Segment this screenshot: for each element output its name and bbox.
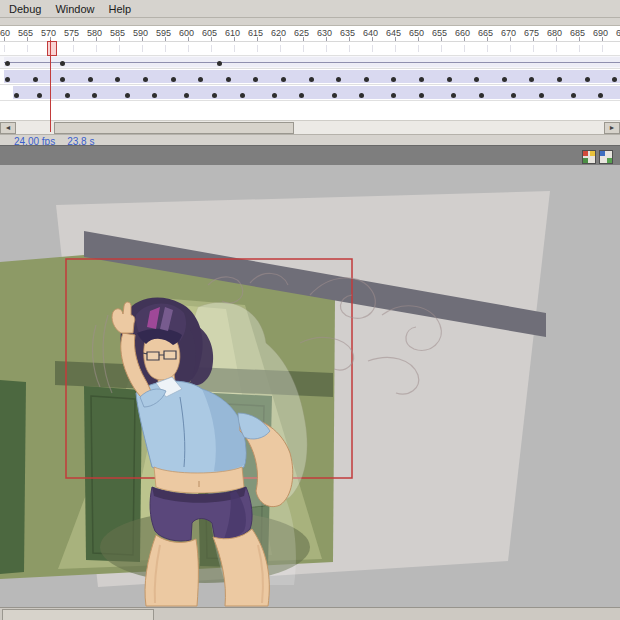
frame-label: 660 <box>455 28 470 38</box>
keyframe-dot[interactable] <box>171 77 176 82</box>
keyframe-dot[interactable] <box>125 93 130 98</box>
keyframe-dot[interactable] <box>143 77 148 82</box>
stage-artwork <box>0 165 620 607</box>
menu-item-help[interactable]: Help <box>102 2 139 16</box>
keyframe-dot[interactable] <box>539 93 544 98</box>
keyframe-dot[interactable] <box>332 93 337 98</box>
frame-tick <box>280 37 281 41</box>
timeline-layer-2[interactable] <box>0 56 620 69</box>
keyframe-dot[interactable] <box>511 93 516 98</box>
keyframe-dot[interactable] <box>33 77 38 82</box>
leg-left <box>145 535 198 606</box>
frame-grid-tick <box>303 45 304 52</box>
frame-label: 565 <box>18 28 33 38</box>
keyframe-dot[interactable] <box>309 77 314 82</box>
frame-label: 640 <box>363 28 378 38</box>
frame-grid-tick <box>96 45 97 52</box>
frame-label: 580 <box>87 28 102 38</box>
timeline-layer-3[interactable] <box>0 69 620 85</box>
stage-toolbar-band <box>0 145 620 166</box>
frame-grid-tick <box>533 45 534 52</box>
edit-symbol-icon[interactable] <box>599 150 613 164</box>
frame-label: 570 <box>41 28 56 38</box>
keyframe-dot[interactable] <box>65 93 70 98</box>
playhead-handle[interactable] <box>47 41 57 56</box>
keyframe-dot[interactable] <box>88 77 93 82</box>
timeline-ruler[interactable]: 5605655705755805855905956006056106156206… <box>0 26 620 42</box>
keyframe-dot[interactable] <box>585 77 590 82</box>
timeline-scrollbar[interactable]: ◄ ► <box>0 120 620 134</box>
keyframe-dot[interactable] <box>557 77 562 82</box>
timeline-scrollbar-thumb[interactable] <box>54 122 294 134</box>
frame-tick <box>487 37 488 41</box>
timeline-layer-1[interactable] <box>0 42 620 56</box>
frame-grid-tick <box>326 45 327 52</box>
keyframe-dot[interactable] <box>281 77 286 82</box>
stage-scrollbar[interactable] <box>0 607 620 620</box>
frame-label: 675 <box>524 28 539 38</box>
stage-scrollbar-thumb[interactable] <box>2 609 154 620</box>
frame-tick <box>602 37 603 41</box>
frame-tick <box>73 37 74 41</box>
keyframe-dot[interactable] <box>5 61 10 66</box>
frame-tick <box>533 37 534 41</box>
keyframe-dot[interactable] <box>212 93 217 98</box>
frame-grid-tick <box>349 45 350 52</box>
frame-span[interactable] <box>216 57 620 67</box>
frame-label: 595 <box>156 28 171 38</box>
frame-span[interactable] <box>59 57 216 67</box>
menu-item-debug[interactable]: Debug <box>2 2 48 16</box>
keyframe-dot[interactable] <box>419 93 424 98</box>
frame-tick <box>372 37 373 41</box>
keyframe-dot[interactable] <box>447 77 452 82</box>
keyframe-dot[interactable] <box>364 77 369 82</box>
stage-canvas[interactable] <box>0 165 620 607</box>
keyframe-dot[interactable] <box>217 61 222 66</box>
frame-grid-tick <box>280 45 281 52</box>
frame-tick <box>418 37 419 41</box>
keyframe-dot[interactable] <box>419 77 424 82</box>
scroll-right-arrow-icon[interactable]: ► <box>604 122 620 134</box>
keyframe-dot[interactable] <box>502 77 507 82</box>
frame-tick <box>579 37 580 41</box>
frame-label: 620 <box>271 28 286 38</box>
frame-label: 665 <box>478 28 493 38</box>
timeline-rows[interactable] <box>0 42 620 120</box>
glasses <box>143 351 176 360</box>
timeline-layer-4[interactable] <box>0 85 620 101</box>
frame-label: 685 <box>570 28 585 38</box>
frame-grid-tick <box>27 45 28 52</box>
keyframe-dot[interactable] <box>226 77 231 82</box>
frame-label: 585 <box>110 28 125 38</box>
frame-label: 605 <box>202 28 217 38</box>
keyframe-dot[interactable] <box>5 77 10 82</box>
timeline-top-strip <box>0 18 620 26</box>
frame-label: 650 <box>409 28 424 38</box>
keyframe-dot[interactable] <box>479 93 484 98</box>
frame-label: 645 <box>386 28 401 38</box>
keyframe-dot[interactable] <box>272 93 277 98</box>
frame-grid-tick <box>211 45 212 52</box>
frame-grid-tick <box>165 45 166 52</box>
edit-scene-icon[interactable] <box>582 150 596 164</box>
keyframe-dot[interactable] <box>240 93 245 98</box>
menu-item-window[interactable]: Window <box>48 2 101 16</box>
frame-grid-tick <box>464 45 465 52</box>
frame-span[interactable] <box>4 57 60 67</box>
frame-tick <box>303 37 304 41</box>
frame-tick <box>142 37 143 41</box>
scroll-left-arrow-icon[interactable]: ◄ <box>0 122 16 134</box>
frame-tick <box>4 37 5 41</box>
frame-label: 615 <box>248 28 263 38</box>
frame-tick <box>326 37 327 41</box>
frame-tick <box>556 37 557 41</box>
keyframe-dot[interactable] <box>571 93 576 98</box>
door-panel-3 <box>0 380 26 574</box>
frame-grid-tick <box>441 45 442 52</box>
frame-label: 635 <box>340 28 355 38</box>
frame-grid-tick <box>73 45 74 52</box>
frame-label: 680 <box>547 28 562 38</box>
frame-grid-tick <box>510 45 511 52</box>
frame-label: 575 <box>64 28 79 38</box>
frame-grid-tick <box>602 45 603 52</box>
